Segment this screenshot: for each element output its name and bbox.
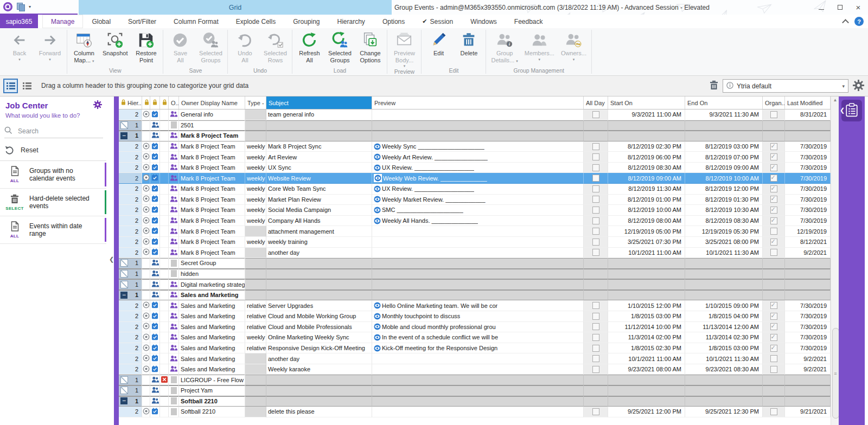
tab-manage[interactable]: Manage [42, 15, 83, 28]
table-row[interactable]: 2 Sales and Marketing relativeMc Cloud a… [119, 322, 831, 333]
back-button[interactable]: Back ▾ [4, 28, 35, 67]
help-icon[interactable]: ? [854, 17, 864, 26]
organizer-checkbox[interactable] [770, 111, 777, 118]
minimize-button[interactable] [814, 2, 829, 14]
selected-rows-button[interactable]: SelectedRows [260, 28, 290, 67]
allday-checkbox[interactable] [592, 111, 599, 118]
column-header-last[interactable]: Last Modified [785, 96, 831, 109]
tab-hierarchy[interactable]: Hierarchy [329, 15, 374, 28]
table-row[interactable]: 1 Secret Group [119, 258, 831, 269]
table-row[interactable]: 2 Mark 8 Project Team weekly Core Web Te… [119, 184, 831, 195]
column-header-preview[interactable]: Preview [372, 96, 584, 109]
tab-global[interactable]: Global [83, 15, 119, 28]
table-row[interactable]: 1 2501 [119, 120, 831, 131]
view-selector-dropdown[interactable]: Ytria default ▾ [723, 79, 848, 93]
allday-checkbox[interactable] [592, 143, 599, 150]
column-header-subject[interactable]: Subject [266, 96, 372, 109]
allday-checkbox[interactable] [592, 239, 599, 246]
restore-point-button[interactable]: RestorePoint [131, 28, 161, 67]
allday-checkbox[interactable] [592, 302, 599, 309]
view-toggle-hierarchy[interactable] [3, 79, 18, 93]
collapse-ribbon-icon[interactable] [842, 19, 849, 26]
expand-toggle[interactable]: − [120, 132, 127, 139]
allday-checkbox[interactable] [592, 164, 599, 171]
organizer-checkbox[interactable] [770, 408, 777, 415]
expand-toggle[interactable]: − [120, 292, 127, 299]
organizer-checkbox[interactable] [770, 228, 777, 235]
allday-checkbox[interactable] [592, 217, 599, 224]
column-header-end[interactable]: End On [685, 96, 763, 109]
eye-preview-icon[interactable] [374, 207, 381, 214]
table-row[interactable]: 2 Sales and Marketing relativeMc Server … [119, 300, 831, 311]
organizer-checkbox[interactable] [770, 355, 777, 362]
eye-preview-icon[interactable] [374, 345, 381, 352]
table-row[interactable]: 1 LICGROUP - Free Flow [119, 375, 831, 385]
tab-windows[interactable]: Windows [462, 15, 506, 28]
allday-checkbox[interactable] [592, 313, 599, 320]
column-header-type[interactable]: Type - R... [245, 96, 266, 109]
selected-groups-button[interactable]: SelectedGroups [324, 28, 355, 67]
delete-button[interactable]: Delete [454, 28, 484, 67]
owners--button[interactable]: Owners... ▾ [558, 28, 590, 67]
table-row[interactable]: 1 Digital marketing strategy [119, 279, 831, 290]
edit-button[interactable]: Edit [423, 28, 454, 67]
preview-body--button[interactable]: PreviewBody... ▾ [389, 28, 419, 68]
members--button[interactable]: Members... ▾ [521, 28, 558, 67]
job-action-events-within-date-range[interactable]: ALL Events within date range [0, 216, 106, 244]
sidebar-collapse-handle[interactable]: ❮ [109, 256, 114, 263]
eye-preview-icon[interactable] [374, 313, 381, 320]
snapshot-button[interactable]: Snapshot [99, 28, 131, 67]
tab-column-format[interactable]: Column Format [165, 15, 227, 28]
organizer-checkbox[interactable] [770, 185, 777, 192]
column-header-c1[interactable] [142, 96, 150, 109]
allday-checkbox[interactable] [592, 228, 599, 235]
table-row[interactable]: 1 hidden [119, 269, 831, 280]
eye-preview-icon[interactable] [374, 302, 381, 309]
table-row[interactable]: 2 Mark 8 Project Team weekly Art Review … [119, 152, 831, 163]
view-toggle-flat[interactable] [20, 79, 34, 93]
organizer-checkbox[interactable] [770, 366, 777, 373]
column-header-organ[interactable]: Organ... [763, 96, 785, 109]
change-options-button[interactable]: ChangeOptions [355, 28, 385, 67]
table-row[interactable]: 2 Mark 8 Project Team weekly Website Rev… [119, 173, 831, 184]
expand-toggle[interactable]: − [120, 397, 127, 404]
allday-checkbox[interactable] [592, 196, 599, 203]
table-row[interactable]: 2 Sales and Marketing relativeMc Cloud a… [119, 311, 831, 322]
column-header-start[interactable]: Start On [608, 96, 685, 109]
table-row[interactable]: 2 Mark 8 Project Team weekly Mark 8 Proj… [119, 141, 831, 152]
organizer-checkbox[interactable] [770, 196, 777, 203]
column-header-allday[interactable]: All Day [584, 96, 608, 109]
organizer-checkbox[interactable] [770, 143, 777, 150]
organizer-checkbox[interactable] [770, 207, 777, 214]
tab-explode-cells[interactable]: Explode Cells [227, 15, 284, 28]
organizer-checkbox[interactable] [770, 345, 777, 352]
allday-checkbox[interactable] [592, 334, 599, 341]
organizer-checkbox[interactable] [770, 164, 777, 171]
table-row[interactable]: −1 Softball 2210 [119, 396, 831, 407]
table-row[interactable]: 2 Sales and Marketing another day 10/1/2… [119, 353, 831, 364]
table-row[interactable]: 2 Mark 8 Project Team weekly Market Plan… [119, 195, 831, 205]
eye-preview-icon[interactable] [374, 185, 381, 192]
tab-feedback[interactable]: Feedback [506, 15, 552, 28]
allday-checkbox[interactable] [592, 408, 599, 415]
table-row[interactable]: 2 Mark 8 Project Team weekly UX Sync UX … [119, 163, 831, 173]
table-row[interactable]: −1 Sales and Marketing [119, 290, 831, 301]
eye-preview-icon[interactable] [374, 153, 381, 160]
table-row[interactable]: 2 Mark 8 Project Team another day 10/1/2… [119, 248, 831, 259]
allday-checkbox[interactable] [592, 355, 599, 362]
table-row[interactable]: −1 Mark 8 Project Team [119, 131, 831, 141]
scrollbar-up-arrow[interactable]: ▲ [831, 98, 839, 102]
undo-all-button[interactable]: UndoAll [229, 28, 260, 67]
eye-preview-icon[interactable] [374, 164, 381, 171]
organizer-checkbox[interactable] [770, 217, 777, 224]
save-all-button[interactable]: SaveAll [165, 28, 195, 67]
tab-sapio365[interactable]: sapio365 [0, 15, 38, 28]
reset-button[interactable]: Reset [4, 143, 103, 157]
vertical-scrollbar[interactable]: ▲ ≡ [831, 96, 839, 425]
tab-session[interactable]: ✔Session [413, 15, 462, 28]
tab-grouping[interactable]: Grouping [284, 15, 328, 28]
allday-checkbox[interactable] [592, 207, 599, 214]
allday-checkbox[interactable] [592, 345, 599, 352]
eye-preview-icon[interactable] [374, 334, 381, 341]
search-input[interactable]: Search [4, 125, 103, 138]
